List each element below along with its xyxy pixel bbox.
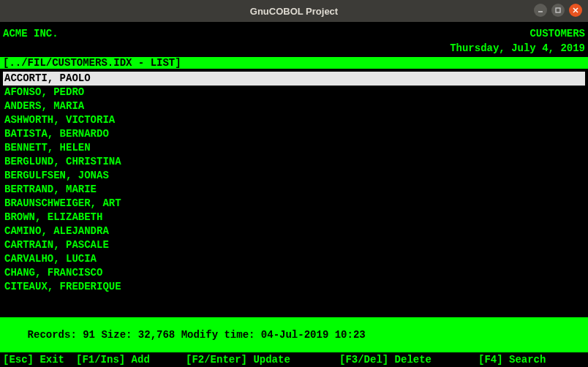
list-item[interactable]: ANDERS, MARIA [3,99,585,113]
fn-esc-exit[interactable]: [Esc] Exit [3,354,76,366]
list-item[interactable]: BRAUNSCHWEIGER, ART [3,197,585,211]
window-controls [534,4,582,17]
close-icon[interactable] [569,4,582,17]
list-item[interactable]: ACCORTI, PAOLO [3,72,585,86]
fn-f4-search[interactable]: [F4] Search [478,354,546,366]
list-item[interactable]: BROWN, ELIZABETH [3,211,585,224]
fn-f3-delete[interactable]: [F3/Del] Delete [339,354,478,366]
list-item[interactable]: CARTRAIN, PASCALE [3,238,585,252]
window-title: GnuCOBOL Project [250,6,338,17]
record-list[interactable]: ACCORTI, PAOLOAFONSO, PEDROANDERS, MARIA… [0,69,588,294]
maximize-icon[interactable] [551,4,565,17]
screen-name: CUSTOMERS [529,28,585,39]
function-key-bar: [Esc] Exit [F1/Ins] Add [F2/Enter] Updat… [0,354,588,366]
list-item[interactable]: CITEAUX, FREDERIQUE [3,280,585,294]
list-item[interactable]: CHANG, FRANCISCO [3,266,585,280]
date-row: Thursday, July 4, 2019 [0,41,588,56]
list-item[interactable]: CARVALHO, LUCIA [3,252,585,266]
fn-f2-update[interactable]: [F2/Enter] Update [186,354,339,366]
fn-f1-add[interactable]: [F1/Ins] Add [76,354,186,366]
terminal-screen: ACME INC. CUSTOMERS Thursday, July 4, 20… [0,22,588,367]
current-date: Thursday, July 4, 2019 [450,42,585,54]
list-item[interactable]: BATISTA, BERNARDO [3,127,585,141]
list-item[interactable]: CAMINO, ALEJANDRA [3,224,585,238]
list-item[interactable]: BERTRAND, MARIE [3,183,585,197]
status-bar: Records: 91 Size: 32,768 Modify time: 04… [0,317,588,352]
list-item[interactable]: ASHWORTH, VICTORIA [3,113,585,127]
file-path: [../FIL/CUSTOMERS.IDX - LIST] [3,57,181,69]
svg-rect-1 [556,8,560,12]
company-name: ACME INC. [3,28,59,39]
header-row: ACME INC. CUSTOMERS [0,22,588,41]
list-item[interactable]: BERGLUND, CHRISTINA [3,155,585,169]
list-item[interactable]: BENNETT, HELEN [3,141,585,155]
list-item[interactable]: AFONSO, PEDRO [3,86,585,99]
window-titlebar: GnuCOBOL Project [0,0,588,22]
path-bar: [../FIL/CUSTOMERS.IDX - LIST] [0,57,588,69]
minimize-icon[interactable] [534,4,547,17]
status-text: Records: 91 Size: 32,768 Modify time: 04… [28,329,366,341]
list-item[interactable]: BERGULFSEN, JONAS [3,169,585,183]
